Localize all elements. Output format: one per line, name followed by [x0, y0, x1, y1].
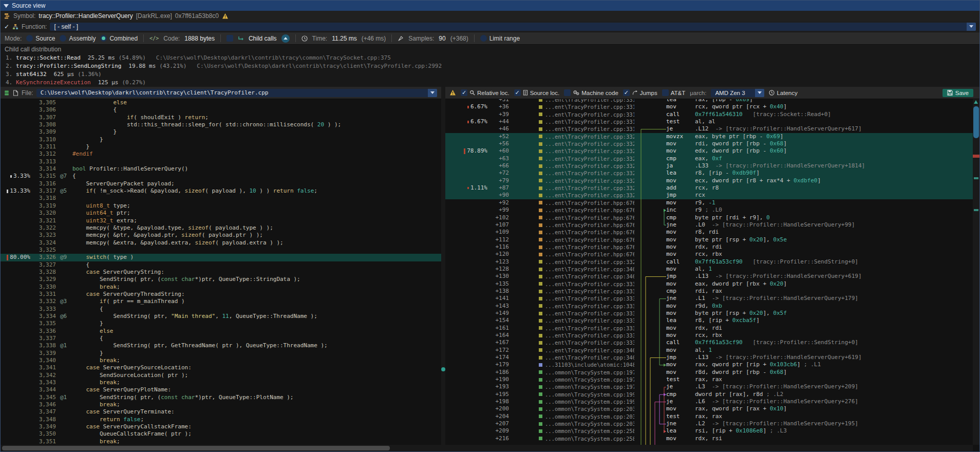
- asm-line[interactable]: +164...ent\TracyProfiler.cpp:3334movrcx,…: [445, 332, 973, 339]
- asm-line[interactable]: +135...ent\TracyProfiler.cpp:3332moveax,…: [445, 280, 973, 288]
- source-line[interactable]: 3,348 return false;: [1, 416, 441, 423]
- asm-line[interactable]: +120...ent\TracyProfiler.hpp:676movrcx, …: [445, 251, 973, 258]
- source-line[interactable]: 3,338@1 SendString( ptr, GetThreadName( …: [1, 342, 441, 349]
- source-line[interactable]: 3,324 memcpy( &extra, &payload.extra, si…: [1, 239, 441, 247]
- asm-line[interactable]: +109...ent\TracyProfiler.hpp:676movr8, r…: [445, 229, 973, 236]
- source-line[interactable]: 3,340 break;: [1, 357, 441, 364]
- mode-radio-assembly[interactable]: Assembly: [60, 35, 96, 42]
- source-line[interactable]: 3,325: [1, 247, 441, 254]
- asm-line[interactable]: +56...ent\TracyProfiler.cpp:3326movrdi, …: [445, 140, 973, 147]
- radio-icon[interactable]: [26, 35, 33, 42]
- latency-button[interactable]: Latency: [769, 90, 797, 96]
- radio-icon[interactable]: [100, 35, 107, 42]
- source-line[interactable]: 3.33%3,315@7{: [1, 173, 441, 180]
- checkbox-icon[interactable]: ✓: [662, 89, 669, 96]
- source-line[interactable]: 3,339 }: [1, 350, 441, 357]
- source-line[interactable]: 3,347 case ServerQueryTerminate:: [1, 408, 441, 416]
- asm-line[interactable]: +190...ommon\TracySystem.cpp:197testrax,…: [445, 376, 973, 383]
- asm-line[interactable]: +141...ent\TracyProfiler.cpp:3332jne.L1 …: [445, 295, 973, 302]
- source-loc-toggle[interactable]: ✓ Source loc.: [514, 89, 560, 96]
- machine-code-toggle[interactable]: ✓ Machine code: [564, 89, 618, 96]
- asm-line[interactable]: +179...31103\include\atomic:1048movrax, …: [445, 361, 973, 368]
- radio-icon[interactable]: [60, 35, 66, 42]
- asm-line[interactable]: +52...ent\TracyProfiler.cpp:3326movzxeax…: [445, 133, 973, 140]
- child-calls-checkbox[interactable]: ✓: [227, 35, 233, 42]
- asm-line[interactable]: +116...ent\TracyProfiler.hpp:676movrdx, …: [445, 243, 973, 251]
- asm-line[interactable]: +149...ent\TracyProfiler.cpp:3334movbyte…: [445, 310, 973, 317]
- asm-line[interactable]: 78.89%+60...ent\TracyProfiler.cpp:3326mo…: [445, 147, 973, 155]
- asm-line[interactable]: +107...ent\TracyProfiler.hpp:676jne.L0 -…: [445, 221, 973, 229]
- horizontal-scrollbar[interactable]: [1, 445, 441, 451]
- asm-line[interactable]: +207...ommon\TracySystem.cpp:203jne.L2 -…: [445, 420, 973, 427]
- asm-line[interactable]: +123...ent\TracyProfiler.cpp:3329call0x7…: [445, 258, 973, 266]
- asm-line[interactable]: +46...ent\TracyProfiler.cpp:3317je.L12 -…: [445, 125, 973, 133]
- source-line[interactable]: 3,316 ServerQueryPacket payload;: [1, 180, 441, 187]
- asm-line[interactable]: +161...ent\TracyProfiler.cpp:3334movrdx,…: [445, 325, 973, 332]
- function-combo[interactable]: [ - self - ]: [50, 23, 976, 31]
- child-call-entry[interactable]: 2.tracy::Profiler::SendLongString19.88 m…: [1, 62, 979, 70]
- limit-range-checkbox[interactable]: [480, 35, 487, 42]
- asm-line[interactable]: +204...ommon\TracySystem.cpp:203testrax,…: [445, 413, 973, 420]
- source-line[interactable]: 3,346 break;: [1, 401, 441, 408]
- source-line[interactable]: 3,343 break;: [1, 379, 441, 386]
- limit-range-toggle[interactable]: Limit range: [480, 35, 520, 42]
- source-line[interactable]: 3,305 else: [1, 99, 441, 106]
- source-line[interactable]: 3,307 if( shouldExit ) return;: [1, 114, 441, 121]
- asm-line[interactable]: +216...ommon\TracySystem.cpp:258movrdx, …: [445, 435, 973, 442]
- source-line[interactable]: 3,321 uint32_t extra;: [1, 217, 441, 224]
- asm-line[interactable]: +102...ent\TracyProfiler.hpp:676cmpbyte …: [445, 214, 973, 221]
- asm-line[interactable]: +195...ommon\TracySystem.cpp:199cmpdword…: [445, 391, 973, 398]
- checkbox-icon[interactable]: ✓: [623, 89, 630, 96]
- source-line[interactable]: 3,318: [1, 195, 441, 202]
- chevron-down-icon[interactable]: [428, 89, 437, 97]
- asm-line[interactable]: +198...ommon\TracySystem.cpp:199je.L6 ->…: [445, 398, 973, 405]
- checkbox-icon[interactable]: ✓: [461, 89, 467, 96]
- source-line[interactable]: 3,351 break;: [1, 438, 441, 445]
- asm-line[interactable]: +112...ent\TracyProfiler.hpp:676movbyte …: [445, 236, 973, 243]
- scrollbar-thumb[interactable]: [973, 106, 979, 138]
- source-line[interactable]: 3,336 else: [1, 328, 441, 335]
- source-line[interactable]: 3,333 {: [1, 306, 441, 313]
- asm-line[interactable]: 6.67%+36...ent\TracyProfiler.cpp:3317mov…: [445, 103, 973, 110]
- source-line[interactable]: 3,313: [1, 158, 441, 165]
- asm-line[interactable]: +130...ent\TracyProfiler.cpp:3401jmp.L13…: [445, 273, 973, 280]
- asm-line[interactable]: +154...ent\TracyProfiler.cpp:3334lear8, …: [445, 317, 973, 324]
- chevron-down-icon[interactable]: [755, 89, 764, 97]
- asm-line[interactable]: +138...ent\TracyProfiler.cpp:3332cmprdi,…: [445, 288, 973, 295]
- asm-line[interactable]: +66...ent\TracyProfiler.cpp:3326ja.L33 -…: [445, 162, 973, 170]
- splitter-grip[interactable]: [441, 367, 445, 371]
- asm-line[interactable]: +209...ommon\TracySystem.cpp:258learsi, …: [445, 427, 973, 435]
- checkbox-icon[interactable]: ✓: [514, 89, 521, 96]
- asm-line[interactable]: +63...ent\TracyProfiler.cpp:3326cmpeax, …: [445, 155, 973, 162]
- source-line[interactable]: 3,310 }: [1, 136, 441, 143]
- collapse-child-calls-button[interactable]: [281, 34, 290, 43]
- source-line[interactable]: 3,308 std::this_thread::sleep_for( std::…: [1, 121, 441, 128]
- source-line[interactable]: 3,329 SendString( ptr, (const char*)ptr,…: [1, 276, 441, 283]
- source-line[interactable]: 3,319 uint8_t type;: [1, 202, 441, 210]
- checkbox-icon[interactable]: ✓: [564, 89, 571, 96]
- collapse-icon[interactable]: [4, 4, 9, 8]
- chevron-down-icon[interactable]: [967, 23, 976, 31]
- asm-line[interactable]: 1.11%+87...ent\TracyProfiler.cpp:3326add…: [445, 184, 973, 192]
- source-line[interactable]: 3,309 }: [1, 128, 441, 136]
- asm-line[interactable]: +31...ent\TracyProfiler.cpp:3317learax, …: [445, 99, 973, 103]
- child-call-entry[interactable]: 3.stat64i32625 μs(1.36%): [1, 70, 979, 79]
- asm-line[interactable]: +143...ent\TracyProfiler.cpp:3334movr9d,…: [445, 303, 973, 310]
- vertical-scrollbar[interactable]: [973, 99, 979, 445]
- source-line[interactable]: 3,322 memcpy( &type, &payload.type, size…: [1, 224, 441, 232]
- source-line[interactable]: 3,331 case ServerQueryThreadString:: [1, 291, 441, 298]
- source-line[interactable]: 3,314bool Profiler::HandleServerQuery(): [1, 165, 441, 173]
- asm-line[interactable]: +72...ent\TracyProfiler.cpp:3326lear8, […: [445, 170, 973, 177]
- source-code-view[interactable]: 3,305 else3,306 {3,307 if( shouldExit ) …: [1, 99, 441, 445]
- source-line[interactable]: 3,330 break;: [1, 284, 441, 291]
- asm-line[interactable]: 6.67%+44...ent\TracyProfiler.cpp:3317tes…: [445, 118, 973, 125]
- source-line[interactable]: 3,320 uint64_t ptr;: [1, 210, 441, 217]
- asm-line[interactable]: +90...ent\TracyProfiler.cpp:3326jmprcx: [445, 192, 973, 199]
- asm-line[interactable]: +172...ent\TracyProfiler.cpp:3401moval, …: [445, 347, 973, 354]
- relative-loc-toggle[interactable]: ✓ Relative loc.: [461, 89, 510, 96]
- asm-line[interactable]: +39...ent\TracyProfiler.cpp:3317call0x7f…: [445, 111, 973, 118]
- source-line[interactable]: 3,349 case ServerQueryCallstackFrame:: [1, 423, 441, 430]
- assembly-view[interactable]: +31...ent\TracyProfiler.cpp:3317learax, …: [445, 99, 979, 451]
- asm-line[interactable]: +167...ent\TracyProfiler.cpp:3334call0x7…: [445, 339, 973, 346]
- source-line[interactable]: 3,332@3 if( ptr == m_mainThread ): [1, 298, 441, 305]
